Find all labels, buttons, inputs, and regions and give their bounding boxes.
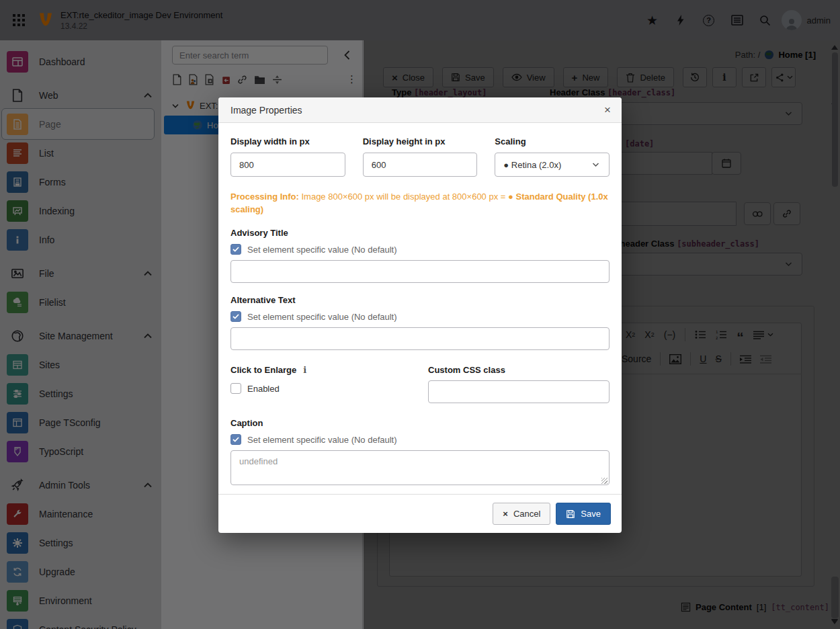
enabled-label: Enabled [247, 384, 280, 394]
modal-header: Image Properties × [218, 97, 622, 123]
modal-footer: ×Cancel Save [218, 494, 622, 533]
alternative-text-input[interactable] [230, 327, 610, 350]
advisory-title-override-checkbox[interactable] [230, 244, 241, 255]
scaling-label: Scaling [495, 136, 610, 146]
advisory-title-input[interactable] [230, 260, 610, 283]
image-properties-modal: Image Properties × Display width in px D… [218, 97, 622, 533]
caption-textarea[interactable] [230, 450, 610, 485]
element-specific-label: Set element specific value (No default) [247, 312, 397, 322]
modal-body: Display width in px Display height in px… [218, 123, 622, 494]
display-height-input[interactable] [363, 153, 478, 177]
alternative-text-label: Alternative Text [230, 295, 610, 305]
caption-label: Caption [230, 418, 610, 428]
alternative-text-override-checkbox[interactable] [230, 311, 241, 322]
cancel-button[interactable]: ×Cancel [493, 503, 550, 525]
element-specific-label: Set element specific value (No default) [247, 245, 397, 255]
display-height-label: Display height in px [363, 136, 478, 146]
click-to-enlarge-label: Click to Enlargei [230, 365, 428, 375]
modal-save-button[interactable]: Save [556, 503, 611, 525]
modal-title: Image Properties [230, 105, 302, 116]
enlarge-enabled-checkbox[interactable] [230, 383, 241, 394]
info-icon: i [303, 365, 306, 375]
advisory-title-label: Advisory Title [230, 228, 610, 238]
scaling-select[interactable]: ● Retina (2.0x) [495, 153, 610, 177]
processing-info: Processing Info: Image 800×600 px will b… [230, 190, 610, 216]
custom-css-label: Custom CSS class [428, 365, 610, 375]
close-icon[interactable]: × [604, 104, 611, 116]
display-width-input[interactable] [230, 153, 345, 177]
element-specific-label: Set element specific value (No default) [247, 435, 397, 445]
custom-css-input[interactable] [428, 380, 610, 403]
chevron-down-icon [592, 163, 599, 167]
caption-override-checkbox[interactable] [230, 434, 241, 445]
display-width-label: Display width in px [230, 136, 345, 146]
